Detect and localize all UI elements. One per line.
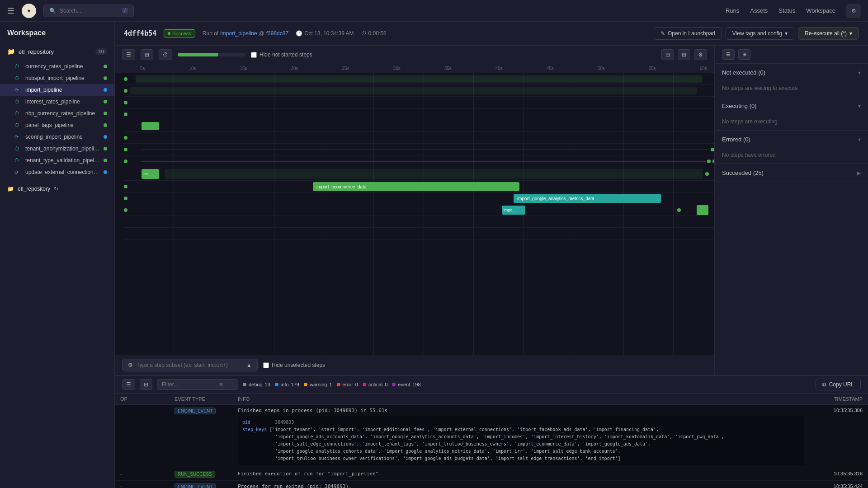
hide-unselected-checkbox[interactable] [263,362,269,368]
run-header: 4dff4b54 Success Run of import_pipeline … [115,22,868,46]
log-info: Process for run exited (pid: 3049893). [232,481,809,488]
grid-view-button[interactable]: ⊞ [141,49,153,60]
debug-label: debug [249,382,263,387]
log-timestamp: 10:35:35.306 [809,405,868,468]
copy-url-label: Copy URL [829,381,854,388]
clock-icon: ⏱ [14,158,22,163]
settings-button[interactable]: ⚙ [846,4,861,18]
search-bar[interactable]: 🔍 / [43,5,134,17]
log-badge-error[interactable]: error 0 [337,382,358,387]
pipeline-item-scoring[interactable]: ⟳ scoring_import_pipeline [0,131,114,143]
columns-icon-btn[interactable]: ⊞ [678,49,690,60]
subset-input[interactable] [137,362,243,368]
panel-table-btn[interactable]: ⊞ [738,49,750,60]
pipeline-item-import[interactable]: ⟳ import_pipeline [0,84,114,96]
nav-status[interactable]: Status [778,7,795,14]
clear-filter-icon[interactable]: ✕ [219,381,223,388]
logs-toolbar: ☰ ⊟ ✕ debug 13 info [115,376,868,394]
status-dot [104,147,107,150]
logs-content[interactable]: OP EVENT TYPE INFO TIMESTAMP - [115,394,868,488]
nav-runs[interactable]: Runs [726,7,739,14]
hide-not-started-label[interactable]: Hide not started steps [251,52,312,58]
list-view-button[interactable]: ☰ [122,49,135,60]
status-dot [104,170,107,174]
pipeline-item-hubspot[interactable]: ⏱ hubspot_import_pipeline [0,72,114,84]
succeeded-header[interactable]: Succeeded (25) ▶ [715,164,868,182]
reexecute-button[interactable]: Re-execute all (*) ▾ [798,27,859,40]
pipeline-item-interest[interactable]: ⏱ interest_rates_pipeline [0,96,114,108]
pipeline-name: tenant_anonymization_pipeline [25,145,100,152]
log-op: - [115,405,169,468]
log-badge-debug[interactable]: debug 13 [243,382,270,387]
hide-not-started-checkbox[interactable] [251,52,257,58]
run-duration-text: 0:00:56 [368,30,387,37]
right-panel: ☰ ⊞ Not executed (0) ▾ No steps are wait… [714,46,868,375]
panel-list-btn[interactable]: ☰ [722,49,735,60]
warning-dot [304,383,307,386]
clock-icon: ⏱ [14,99,22,104]
status-dot [104,65,107,68]
log-filter[interactable]: ✕ [157,379,238,390]
open-launchpad-button[interactable]: ✎ Open in Launchpad [654,27,722,40]
executing-header[interactable]: Executing (0) ▾ [715,97,868,115]
analytics-bar-label: import_google_analytics_metrics_data [517,196,594,201]
log-filter-input[interactable] [162,381,216,388]
pipeline-item-tenant-anon[interactable]: ⏱ tenant_anonymization_pipeline [0,143,114,155]
log-main-text: Process for run exited (pid: 3049893). [238,483,804,488]
log-op: - [115,468,169,481]
pipeline-item-update-ext[interactable]: ⟳ update_external_connections_pip... [0,166,114,178]
not-executed-header[interactable]: Not executed (0) ▾ [715,64,868,81]
time-55s: 55s [649,66,656,71]
clock-view-button[interactable]: ⏱ [159,49,172,60]
log-badge-critical[interactable]: critical 0 [363,382,387,387]
status-dot [104,76,107,80]
pipeline-name: update_external_connections_pip... [25,169,100,175]
panel-section-executing: Executing (0) ▾ No steps are executing [715,97,868,131]
pipeline-item-nbp[interactable]: ⏱ nbp_currency_rates_pipeline [0,108,114,119]
subset-input-wrapper[interactable]: ⚙ ▲ [122,359,258,371]
nav-assets[interactable]: Assets [750,7,768,14]
view-tags-button[interactable]: View tags and config ▾ [726,27,795,40]
col-op: OP [115,394,169,405]
clock-icon: ⏱ [14,122,22,128]
commit-link[interactable]: f398dc87 [266,30,288,37]
status-dot [104,123,107,127]
time-45s: 45s [547,66,554,71]
time-50s: 50s [598,66,605,71]
launch-icon: ✎ [660,30,665,37]
settings-icon-btn[interactable]: ⚙ [694,49,707,60]
search-input[interactable] [60,8,118,14]
gantt-row [124,120,714,132]
pipeline-item-panel[interactable]: ⏱ panel_tags_pipeline [0,119,114,131]
gantt-row [124,144,714,155]
executing-content: No steps are executing [715,115,868,130]
log-badge-warning[interactable]: warning 1 [304,382,332,387]
event-type-badge: RUN_SUCCESS [175,471,215,478]
errored-header[interactable]: Errored (0) ▾ [715,131,868,148]
hide-unselected-label[interactable]: Hide unselected steps [263,362,325,368]
gantt-row-ecommerce: import_ecommerce_data [124,181,714,192]
log-main-text: Finished execution of run for "import_pi… [238,471,804,477]
log-badge-event[interactable]: event 198 [392,382,420,387]
nav-workspace[interactable]: Workspace [806,7,835,14]
logs-list-btn[interactable]: ☰ [122,379,135,390]
refresh-icon[interactable]: ↻ [54,186,58,192]
log-badge-info[interactable]: info 179 [275,382,299,387]
hamburger-icon[interactable]: ☰ [7,6,14,16]
status-dot [104,135,107,139]
run-meta: Run of import_pipeline @ f398dc87 [203,30,288,37]
filter-icon-btn[interactable]: ⊟ [661,49,674,60]
pipeline-list: ⏱ currency_rates_pipeline ⏱ hubspot_impo… [0,59,114,180]
ecommerce-bar-label: import_ecommerce_data [316,184,367,189]
sidebar-repo[interactable]: 📁 etl_repository 10 [0,44,114,59]
pipeline-item-currency[interactable]: ⏱ currency_rates_pipeline [0,61,114,72]
gantt-container[interactable]: im... import_ecommerce_data [115,73,714,355]
logs-table-btn[interactable]: ⊟ [140,379,152,390]
copy-url-button[interactable]: ⧉ Copy URL [816,379,861,390]
pipeline-item-tenant-type[interactable]: ⏱ tenant_type_validation_pipeline [0,155,114,166]
time-30s: 30s [393,66,401,71]
pipeline-link[interactable]: import_pipeline [220,30,257,37]
timeline-main: ☰ ⊞ ⏱ Hide not started steps ⊟ ⊞ [115,46,714,375]
run-meta-text: Run of [203,30,218,37]
hide-label: Hide not started steps [259,52,312,58]
